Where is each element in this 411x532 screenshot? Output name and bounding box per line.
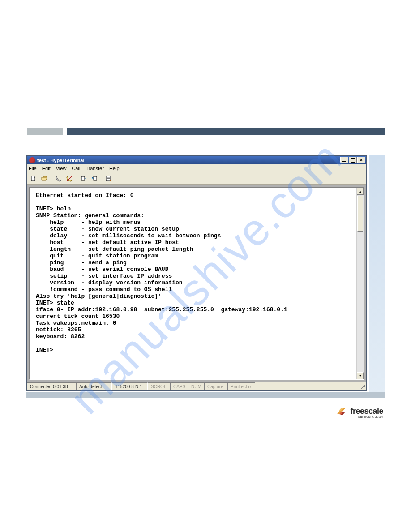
client-area: Ethernet started on Iface: 0 INET> help …	[27, 185, 366, 382]
brand-tagline: semiconductor	[350, 415, 383, 419]
window-controls: ×	[340, 157, 365, 163]
receive-file-icon	[91, 175, 98, 182]
new-file-icon	[30, 175, 37, 182]
footer-logo: freescale semiconductor	[335, 407, 383, 419]
title-bar[interactable]: test - HyperTerminal ×	[27, 156, 366, 164]
menu-edit[interactable]: Edit	[42, 166, 51, 171]
desktop-strip-right	[369, 155, 385, 396]
freescale-mark-icon	[335, 407, 347, 419]
status-connected: Connected 0:01:38	[27, 382, 76, 390]
toolbar-new[interactable]	[29, 174, 39, 184]
status-baud: 115200 8-N-1	[112, 382, 148, 390]
open-folder-icon	[41, 175, 48, 182]
status-capture: Capture	[204, 382, 227, 390]
close-button[interactable]: ×	[357, 157, 365, 163]
brand-name: freescale	[350, 407, 383, 415]
toolbar-receive[interactable]	[90, 174, 99, 184]
status-num: NUM	[188, 382, 204, 390]
window-title: test - HyperTerminal	[37, 158, 85, 163]
properties-icon	[105, 175, 112, 182]
resize-grip[interactable]	[358, 382, 366, 390]
minimize-button[interactable]	[340, 157, 348, 163]
phone-connect-icon	[55, 175, 62, 182]
header-bar-accent	[27, 128, 63, 135]
app-icon	[29, 157, 35, 163]
svg-rect-2	[81, 176, 85, 180]
toolbar-open[interactable]	[39, 174, 49, 184]
svg-rect-5	[107, 177, 110, 178]
scroll-up-button[interactable]: ▲	[357, 188, 364, 195]
scroll-thumb[interactable]	[357, 196, 363, 232]
scrollbar-vertical[interactable]: ▲ ▼	[356, 188, 364, 379]
menu-call[interactable]: Call	[72, 166, 80, 171]
hyperterminal-window: test - HyperTerminal × File Edit View Ca…	[26, 155, 367, 391]
toolbar-send[interactable]	[79, 174, 89, 184]
svg-rect-6	[107, 178, 110, 179]
scroll-down-button[interactable]: ▼	[357, 372, 364, 379]
toolbar-properties[interactable]	[104, 174, 114, 184]
status-bar: Connected 0:01:38 Auto detect 115200 8-N…	[27, 382, 366, 390]
menu-file[interactable]: File	[29, 166, 37, 171]
resize-grip-icon	[360, 384, 365, 390]
svg-line-9	[364, 388, 365, 389]
send-file-icon	[80, 175, 87, 182]
freescale-text: freescale semiconductor	[350, 407, 383, 419]
phone-disconnect-icon	[66, 175, 73, 182]
desktop-strip-bottom	[26, 392, 385, 398]
toolbar-connect[interactable]	[54, 174, 64, 184]
terminal-pane[interactable]: Ethernet started on Iface: 0 INET> help …	[29, 187, 364, 380]
toolbar-disconnect[interactable]	[64, 174, 74, 184]
terminal-output: Ethernet started on Iface: 0 INET> help …	[30, 188, 364, 358]
menu-transfer[interactable]: Transfer	[86, 166, 104, 171]
header-bar-main	[67, 128, 385, 135]
menu-view[interactable]: View	[56, 166, 67, 171]
maximize-button[interactable]	[349, 157, 357, 163]
status-detect: Auto detect	[76, 382, 112, 390]
toolbar	[27, 172, 366, 185]
menu-help[interactable]: Help	[109, 166, 120, 171]
status-scroll: SCROLL	[148, 382, 170, 390]
slide-header-bars	[27, 128, 385, 135]
status-caps: CAPS	[170, 382, 188, 390]
svg-line-8	[362, 386, 365, 389]
svg-rect-0	[31, 176, 35, 181]
menu-bar: File Edit View Call Transfer Help	[27, 164, 366, 172]
status-echo: Print echo	[227, 382, 255, 390]
svg-rect-3	[94, 176, 97, 180]
